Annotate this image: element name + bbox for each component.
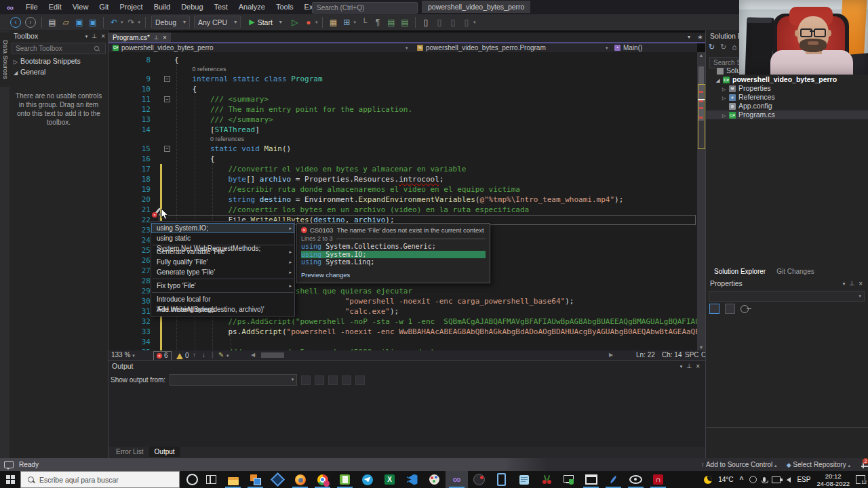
taskbar-app-eye-viewer[interactable] [625, 471, 647, 488]
editor-vertical-scrollbar[interactable]: ▲ ▼ [697, 52, 705, 350]
action-center-icon[interactable]: 12 [856, 475, 865, 484]
taskbar-app-virtualbox[interactable] [267, 471, 289, 488]
debug-config-dropdown[interactable]: Debug▾ [151, 16, 190, 28]
codelens-references[interactable]: 0 references [108, 135, 697, 144]
start-debug-button[interactable]: ▶Start▾ [245, 16, 285, 28]
menu-debug[interactable]: Debug [176, 0, 208, 14]
goto-icon[interactable] [342, 375, 351, 385]
quick-action-item[interactable]: using static System.Net.WebRequestMethod… [151, 233, 294, 243]
taskbar-app-firefox[interactable] [289, 471, 311, 488]
quick-action-item[interactable]: Generate type 'File'▸ [151, 267, 294, 277]
bookmark-icon[interactable]: ▯ [420, 16, 432, 28]
menu-git[interactable]: Git [94, 0, 114, 14]
add-to-source-control-button[interactable]: ↑ Add to Source Control ▴ [701, 461, 777, 468]
scroll-down-icon[interactable]: ▼ [697, 345, 705, 350]
cortana-icon[interactable] [186, 474, 198, 485]
pin-icon[interactable]: ⊥ [849, 278, 854, 289]
comment-icon-2[interactable]: ▤ [399, 16, 411, 28]
tree-item-references[interactable]: ▷#References [706, 93, 868, 102]
output-source-dropdown[interactable]: ▾ [170, 374, 297, 386]
tab-program-cs[interactable]: Program.cs* ⊥ × [108, 33, 171, 42]
task-view-icon[interactable] [206, 475, 216, 484]
new-project-icon[interactable]: ▤ [46, 16, 58, 28]
pin-icon[interactable]: ⊥ [154, 35, 159, 41]
dropdown-icon[interactable]: ▾ [680, 361, 683, 372]
properties-object-dropdown[interactable]: ▾ [709, 291, 865, 302]
editor-icon-1[interactable]: ▦ [327, 16, 339, 28]
alphabetical-icon[interactable] [725, 304, 735, 314]
tab-solution-explorer[interactable]: Solution Explorer [709, 266, 771, 278]
menu-test[interactable]: Test [209, 0, 233, 14]
fold-collapse-icon[interactable]: − [164, 146, 170, 152]
select-repository-button[interactable]: ◆ Select Repository ▴ [787, 461, 850, 468]
taskbar-app-your-phone[interactable] [490, 471, 513, 488]
taskbar-search-input[interactable]: Escribe aquí para buscar [20, 471, 180, 488]
tab-options-gear-icon[interactable]: ∗ [697, 33, 703, 41]
quick-action-item[interactable]: Introduce local for 'File.WriteAllBytes(… [151, 294, 294, 304]
tab-output[interactable]: Output [149, 447, 180, 457]
next-issue-icon[interactable]: ↓ [202, 350, 205, 360]
toolbox-group-bootstrap-snippets[interactable]: ▷Bootstrap Snippets [9, 55, 108, 66]
bookmark-clear-icon[interactable]: ▯ [460, 16, 473, 28]
editor-icon-2[interactable]: ⊞ [340, 16, 353, 28]
quick-action-item[interactable]: Fully qualify 'File'▸ [151, 257, 294, 267]
taskbar-app-chrome[interactable] [311, 471, 334, 488]
open-file-icon[interactable]: ▱ [60, 16, 72, 28]
nav-forward-icon[interactable]: › [25, 17, 36, 28]
clear-output-icon[interactable] [301, 375, 311, 385]
tree-item-powershell-video-bytes-perro[interactable]: ◢C#powershell_video_bytes_perro [706, 75, 868, 84]
network-display-icon[interactable] [772, 476, 781, 483]
hscrollbar-thumb[interactable] [261, 352, 284, 358]
menu-project[interactable]: Project [114, 0, 148, 14]
taskbar-app-paint[interactable] [423, 471, 446, 488]
quick-action-item[interactable]: Fix typo 'File'▸ [151, 281, 294, 291]
active-files-dropdown-icon[interactable]: ▾ [688, 34, 690, 40]
tray-app-icon[interactable] [749, 476, 757, 483]
tree-arrow-icon[interactable]: ▷ [722, 111, 726, 120]
quick-search-input[interactable]: Search (Ctrl+Q) [312, 2, 418, 14]
tree-item-program-cs[interactable]: ▷C#Program.cs [706, 110, 868, 119]
notifications-bell-icon[interactable]: 2 [863, 461, 864, 468]
fold-collapse-icon[interactable]: − [164, 76, 170, 82]
data-sources-tab[interactable]: Data Sources [0, 33, 9, 87]
bookmark-prev-icon[interactable]: ▯ [433, 16, 446, 28]
taskbar-app-visual-studio[interactable]: ∞ [446, 471, 468, 488]
toolbox-group-general[interactable]: ◢General [9, 66, 108, 77]
undo-icon[interactable]: ↶ [108, 16, 120, 28]
volume-icon[interactable] [787, 477, 791, 483]
start-without-debug-icon[interactable]: ▷ [289, 16, 301, 28]
redo-icon[interactable]: ↷ [125, 16, 138, 28]
indent-icon-1[interactable]: └ [358, 16, 370, 28]
taskbar-app-white-window[interactable] [580, 471, 602, 488]
error-count-badge[interactable]: ×6 [153, 351, 172, 361]
taskbar-app-pc-security[interactable] [557, 471, 580, 488]
zoom-level-dropdown[interactable]: 133 % ▾ [111, 350, 135, 360]
taskbar-app-telegram[interactable] [356, 471, 378, 488]
feedback-icon[interactable] [4, 461, 14, 468]
tree-item-app-config[interactable]: ⚙App.config [706, 102, 868, 110]
fold-collapse-icon[interactable]: − [164, 96, 170, 102]
toolbox-search-input[interactable]: Search Toolbox [12, 43, 106, 54]
taskbar-app-window-app[interactable] [244, 471, 267, 488]
nav-back-icon[interactable]: ‹ [10, 17, 21, 28]
close-icon[interactable]: × [163, 34, 167, 41]
taskbar-app-file-explorer[interactable] [222, 471, 244, 488]
categorized-icon[interactable] [709, 304, 719, 314]
codelens-references[interactable]: 0 references [108, 65, 697, 74]
indent-icon-2[interactable]: ¶ [372, 16, 384, 28]
weather-icon[interactable] [704, 476, 712, 484]
taskbar-app-excel[interactable]: X [378, 471, 401, 488]
start-button[interactable] [0, 475, 20, 484]
save-icon[interactable]: ▣ [73, 16, 85, 28]
temperature[interactable]: 14°C [718, 476, 733, 483]
pin-icon[interactable]: ⊥ [92, 30, 97, 42]
hscroll-left-icon[interactable]: ◀ [251, 350, 255, 360]
breadcrumb-method[interactable]: ▪ Main() [614, 43, 642, 52]
breadcrumb-class[interactable]: % powershell_video_bytes_perro.Program [417, 43, 546, 52]
pin-icon[interactable]: ⊥ [686, 361, 692, 372]
scroll-up-icon[interactable]: ▲ [697, 53, 705, 58]
breadcrumb-project[interactable]: C# powershell_video_bytes_perro [113, 43, 214, 52]
comment-icon-1[interactable]: ▤ [385, 16, 397, 28]
close-icon[interactable]: × [696, 361, 700, 372]
taskbar-app-blue-quill[interactable] [602, 471, 625, 488]
